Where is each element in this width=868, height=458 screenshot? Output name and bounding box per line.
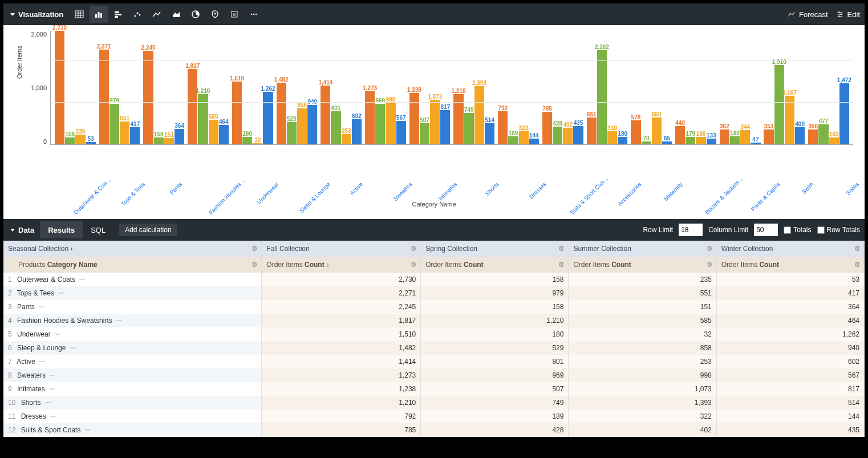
bar[interactable]: 179 bbox=[686, 137, 695, 144]
bar[interactable]: 65 bbox=[662, 141, 672, 144]
dimension-cell[interactable]: 6 Sleep & Lounge 〰 bbox=[3, 341, 262, 355]
totals-checkbox[interactable]: Totals bbox=[784, 226, 811, 234]
bar[interactable]: 1,273 bbox=[365, 91, 375, 144]
dimension-cell[interactable]: 2 Tops & Tees 〰 bbox=[3, 286, 262, 300]
measure-cell[interactable]: 428 bbox=[421, 423, 569, 437]
bar[interactable]: 133 bbox=[707, 139, 716, 144]
measure-cell[interactable]: 464 bbox=[716, 314, 864, 327]
pivot-column-header[interactable]: Winter Collection⚙ bbox=[716, 241, 864, 257]
bar[interactable]: 2,262 bbox=[597, 50, 607, 144]
bar[interactable]: 477 bbox=[818, 124, 828, 144]
dimension-cell[interactable]: 4 Fashion Hoodies & Sweatshirts 〰 bbox=[3, 314, 262, 327]
measure-cell[interactable]: 1,273 bbox=[262, 368, 421, 382]
gear-icon[interactable]: ⚙ bbox=[707, 261, 713, 269]
bar[interactable]: 180 bbox=[696, 137, 705, 144]
measure-cell[interactable]: 435 bbox=[716, 423, 864, 437]
bar[interactable]: 2,730 bbox=[55, 31, 64, 144]
bar[interactable]: 428 bbox=[553, 127, 562, 144]
dimension-cell[interactable]: 8 Sweaters 〰 bbox=[3, 368, 262, 382]
measure-cell[interactable]: 158 bbox=[421, 273, 569, 286]
bar[interactable]: 344 bbox=[740, 130, 750, 144]
measure-cell[interactable]: 2,271 bbox=[262, 286, 421, 300]
bar[interactable]: 551 bbox=[120, 121, 129, 144]
bar[interactable]: 1,262 bbox=[263, 92, 273, 144]
measure-cell[interactable]: 417 bbox=[716, 286, 864, 300]
measure-cell[interactable]: 1,210 bbox=[262, 396, 421, 410]
more-viz-icon[interactable] bbox=[245, 6, 263, 23]
bar[interactable]: 749 bbox=[464, 113, 474, 144]
measure-cell[interactable]: 253 bbox=[569, 355, 716, 368]
bar[interactable]: 409 bbox=[795, 127, 805, 144]
trend-icon[interactable]: 〰 bbox=[45, 400, 51, 406]
measure-cell[interactable]: 1,510 bbox=[262, 327, 421, 341]
bar[interactable]: 507 bbox=[420, 123, 429, 144]
measure-cell[interactable]: 144 bbox=[716, 410, 864, 423]
bar[interactable]: 235 bbox=[75, 135, 85, 144]
pivot-column-header[interactable]: Fall Collection⚙ bbox=[262, 241, 421, 257]
measure-cell[interactable]: 151 bbox=[569, 300, 716, 314]
measure-cell[interactable]: 1,238 bbox=[262, 382, 421, 396]
bar[interactable]: 817 bbox=[440, 110, 450, 144]
dimension-cell[interactable]: 10 Shorts 〰 bbox=[3, 396, 262, 410]
column-chart-icon[interactable] bbox=[90, 6, 108, 23]
bar[interactable]: 189 bbox=[508, 136, 518, 144]
bar[interactable]: 1,910 bbox=[774, 65, 784, 144]
single-value-icon[interactable]: 6 bbox=[225, 6, 244, 23]
measure-cell[interactable]: 189 bbox=[421, 410, 569, 423]
bar[interactable]: 1,238 bbox=[409, 93, 419, 144]
trend-icon[interactable]: 〰 bbox=[70, 345, 76, 351]
bar[interactable]: 151 bbox=[164, 138, 174, 144]
bar[interactable]: 998 bbox=[386, 103, 395, 144]
bar[interactable]: 53 bbox=[86, 142, 96, 144]
measure-cell[interactable]: 158 bbox=[421, 300, 569, 314]
bar[interactable]: 858 bbox=[297, 108, 307, 144]
measure-cell[interactable]: 940 bbox=[716, 341, 864, 355]
forecast-button[interactable]: Forecast bbox=[788, 10, 828, 19]
measure-cell[interactable]: 979 bbox=[421, 286, 569, 300]
visualization-section-toggle[interactable]: Visualization bbox=[8, 10, 69, 19]
gear-icon[interactable]: ⚙ bbox=[854, 261, 861, 269]
measure-cell[interactable]: 53 bbox=[716, 273, 864, 286]
measure-header[interactable]: Order Items Count↓⚙ bbox=[262, 257, 421, 273]
measure-cell[interactable]: 998 bbox=[569, 368, 716, 382]
bar[interactable]: 70 bbox=[642, 141, 651, 144]
trend-icon[interactable]: 〰 bbox=[79, 277, 85, 283]
measure-cell[interactable]: 551 bbox=[569, 286, 716, 300]
dimension-cell[interactable]: 5 Underwear 〰 bbox=[3, 327, 262, 341]
measure-cell[interactable]: 749 bbox=[421, 396, 569, 410]
bar[interactable]: 310 bbox=[607, 131, 617, 144]
bar[interactable]: 440 bbox=[675, 126, 685, 144]
dimension-header[interactable]: Products Category Name⚙ bbox=[3, 257, 262, 273]
trend-icon[interactable]: 〰 bbox=[85, 427, 91, 433]
measure-cell[interactable]: 529 bbox=[421, 341, 569, 355]
map-icon[interactable] bbox=[206, 6, 224, 23]
measure-cell[interactable]: 567 bbox=[716, 368, 864, 382]
line-chart-icon[interactable] bbox=[148, 6, 166, 23]
row-limit-input[interactable] bbox=[679, 224, 703, 236]
measure-cell[interactable]: 792 bbox=[262, 410, 421, 423]
area-chart-icon[interactable] bbox=[167, 6, 185, 23]
dimension-cell[interactable]: 12 Suits & Sport Coats 〰 bbox=[3, 423, 262, 437]
trend-icon[interactable]: 〰 bbox=[39, 304, 44, 310]
bar[interactable]: 1,472 bbox=[839, 83, 849, 144]
measure-cell[interactable]: 1,414 bbox=[262, 355, 421, 368]
bar[interactable]: 189 bbox=[730, 136, 740, 144]
column-limit-input[interactable] bbox=[754, 224, 778, 236]
bar[interactable]: 969 bbox=[375, 104, 385, 144]
chart-plot[interactable]: 2,730158235532,2719795514172,24515815136… bbox=[50, 31, 853, 145]
measure-cell[interactable]: 1,262 bbox=[716, 327, 864, 341]
bar[interactable]: 1,817 bbox=[188, 69, 197, 144]
bar[interactable]: 364 bbox=[175, 129, 184, 144]
measure-cell[interactable]: 785 bbox=[262, 423, 421, 437]
measure-header[interactable]: Order Items Count⚙ bbox=[569, 257, 716, 273]
bar[interactable]: 253 bbox=[342, 134, 351, 144]
bar[interactable]: 529 bbox=[287, 122, 297, 144]
measure-cell[interactable]: 817 bbox=[716, 382, 864, 396]
dimension-cell[interactable]: 11 Dresses 〰 bbox=[3, 410, 262, 423]
trend-icon[interactable]: 〰 bbox=[116, 318, 122, 324]
bar[interactable]: 602 bbox=[352, 119, 362, 144]
bar[interactable]: 1,167 bbox=[785, 96, 794, 144]
gear-icon[interactable]: ⚙ bbox=[558, 261, 565, 269]
measure-header[interactable]: Order Items Count⚙ bbox=[421, 257, 569, 273]
measure-cell[interactable]: 235 bbox=[569, 273, 716, 286]
